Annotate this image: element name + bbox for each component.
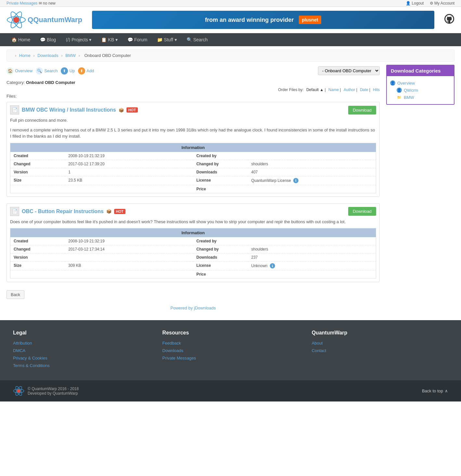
category-select[interactable]: - Onboard OBD Computer <box>318 66 380 75</box>
created-by-value-2 <box>248 237 376 245</box>
cat-overview: 👤 Overview <box>390 79 451 87</box>
zip-icon-1: 📦 <box>119 108 124 113</box>
footer-downloads[interactable]: Downloads <box>162 348 298 353</box>
size-label-2: Size <box>10 262 65 270</box>
footer-contact[interactable]: Contact <box>312 348 448 353</box>
footer-resources-title: Resources <box>162 330 298 336</box>
file-title-area-1: 📄 BMW OBC Wiring / Install Instructions … <box>10 105 138 115</box>
category-name: Onboard OBD Computer <box>26 80 75 85</box>
my-account-link[interactable]: ⚙ My Account <box>430 1 454 6</box>
svg-point-4 <box>15 19 18 21</box>
file-entry-2: 📄 OBC - Button Repair Instructions 📦 HOT… <box>7 203 380 282</box>
footer-terms[interactable]: Terms & Conditions <box>13 363 149 368</box>
nav-forum[interactable]: 💬 Forum <box>123 33 152 46</box>
github-icon <box>444 14 454 24</box>
powered-by-link[interactable]: Powered by jDownloads <box>170 306 216 310</box>
breadcrumb-arrow: › <box>15 53 16 58</box>
file-icon-2: 📄 <box>10 207 19 216</box>
logout-link[interactable]: 👤 Logout <box>406 1 424 6</box>
downloads-value-2: 237 <box>248 253 376 262</box>
sidebar: Download Categories 👤 Overview 👤 QWcrm 📁… <box>386 65 454 314</box>
search-link[interactable]: 🔍 Search <box>36 67 58 75</box>
footer-attribution[interactable]: Attribution <box>13 341 149 346</box>
overview-link[interactable]: 🏠 Overview <box>7 67 33 75</box>
footer-qw-title: QuantumWarp <box>312 330 448 336</box>
footer-feedback[interactable]: Feedback <box>162 341 298 346</box>
back-button[interactable]: Back <box>7 290 24 299</box>
breadcrumb-bmw[interactable]: BMW <box>65 53 76 58</box>
banner: from an award winning provider plusnet <box>92 11 434 29</box>
info-row-changed-1: Changed 2017-03-12 17:39:20 Changed by s… <box>10 160 376 168</box>
order-hits[interactable]: Hits <box>373 88 380 92</box>
order-author[interactable]: Author <box>344 88 355 92</box>
info-row-price-1: Price <box>10 185 376 193</box>
download-categories-body: 👤 Overview 👤 QWcrm 📁 BMW <box>387 76 454 104</box>
breadcrumb-downloads[interactable]: Downloads <box>37 53 58 58</box>
info-row-created-1: Created 2008-10-19 21:32:19 Created by <box>10 152 376 160</box>
file-header-1: 📄 BMW OBC Wiring / Install Instructions … <box>10 105 376 115</box>
changed-by-value-2: shoulders <box>248 245 376 253</box>
logo-icon <box>7 10 26 30</box>
add-link[interactable]: ⬆ Add <box>78 67 94 75</box>
cat-overview-link[interactable]: Overview <box>397 81 415 86</box>
size-value-1: 23.5 KB <box>65 176 193 185</box>
nav-search[interactable]: 🔍 Search <box>182 33 213 46</box>
file-icon-1: 📄 <box>10 105 19 115</box>
nav-blog[interactable]: 💬 Blog <box>35 33 61 46</box>
cat-bmw-link[interactable]: BMW <box>404 95 414 100</box>
version-label-2: Version <box>10 253 65 262</box>
nav-projects[interactable]: ⟨/⟩ Projects ▾ <box>61 33 96 46</box>
bmw-cat-icon: 📁 <box>397 95 402 100</box>
nav-kb[interactable]: 📋 KB ▾ <box>96 33 122 46</box>
github-link[interactable] <box>444 14 454 26</box>
footer-dmca[interactable]: DMCA <box>13 348 149 353</box>
order-date[interactable]: Date <box>360 88 368 92</box>
price-value-1 <box>65 185 193 193</box>
size-label-1: Size <box>10 176 65 185</box>
download-categories: Download Categories 👤 Overview 👤 QWcrm 📁… <box>386 65 454 105</box>
breadcrumb-home[interactable]: Home <box>19 53 31 58</box>
created-value-1: 2008-10-19 21:32:19 <box>65 152 193 160</box>
info-row-version-1: Version 1 Downloads 407 <box>10 168 376 176</box>
file-title-area-2: 📄 OBC - Button Repair Instructions 📦 HOT <box>10 207 125 216</box>
info-row-created-2: Created 2008-10-19 21:32:19 Created by <box>10 237 376 245</box>
footer-copy: © QuantumWarp 2016 - 2018 Developed by Q… <box>28 387 79 396</box>
up-link[interactable]: ⬆ Up <box>61 67 75 75</box>
footer-privacy[interactable]: Privacy & Cookies <box>13 356 149 360</box>
download-btn-2[interactable]: Download <box>348 207 376 216</box>
license-info-icon-2[interactable]: ℹ <box>270 263 275 268</box>
plusnet-badge: plusnet <box>299 16 322 24</box>
changed-by-value-1: shoulders <box>248 160 376 168</box>
footer-legal-title: Legal <box>13 330 149 336</box>
footer-main: Legal Attribution DMCA Privacy & Cookies… <box>0 320 461 380</box>
footer-private-messages[interactable]: Private Messages <box>162 356 298 360</box>
private-messages-link[interactable]: Private Messages <box>7 1 37 6</box>
cat-qwcrm-link[interactable]: QWcrm <box>404 88 418 93</box>
svg-point-6 <box>17 389 20 393</box>
created-by-label-2: Created by <box>193 237 248 245</box>
download-btn-1[interactable]: Download <box>348 106 376 115</box>
info-row-size-2: Size 309 KB License Unknown ℹ <box>10 262 376 270</box>
file-title-link-1[interactable]: BMW OBC Wiring / Install Instructions <box>22 107 116 113</box>
file-long-desc-1: I removed a complete wiring harness out … <box>10 127 376 140</box>
downloads-value-1: 407 <box>248 168 376 176</box>
main-wrapper: 🏠 Overview 🔍 Search ⬆ Up ⬆ Add - Onboard… <box>0 65 461 314</box>
file-long-desc-2: Does one of your computer buttons feel l… <box>10 219 376 225</box>
back-to-top[interactable]: Back to top ∧ <box>422 388 448 393</box>
breadcrumb-sep2: › <box>61 53 64 58</box>
footer-about[interactable]: About <box>312 341 448 346</box>
file-title-link-2[interactable]: OBC - Button Repair Instructions <box>22 209 104 214</box>
info-row-version-2: Version Downloads 237 <box>10 253 376 262</box>
footer: Legal Attribution DMCA Privacy & Cookies… <box>0 320 461 401</box>
info-table-header-1: Information <box>10 143 376 152</box>
search-icon: 🔍 <box>36 67 43 75</box>
up-icon: ⬆ <box>61 67 68 75</box>
license-info-icon-1[interactable]: ℹ <box>293 178 298 183</box>
nav-stuff[interactable]: 📁 Stuff ▾ <box>152 33 181 46</box>
footer-quantumwarp: QuantumWarp About Contact <box>312 330 448 371</box>
order-name[interactable]: Name <box>328 88 339 92</box>
license-value-2: Unknown ℹ <box>248 262 376 270</box>
order-default[interactable]: Default ▲ <box>306 88 323 92</box>
hot-badge-1: HOT <box>126 107 138 113</box>
nav-home[interactable]: 🏠 Home <box>7 33 35 46</box>
